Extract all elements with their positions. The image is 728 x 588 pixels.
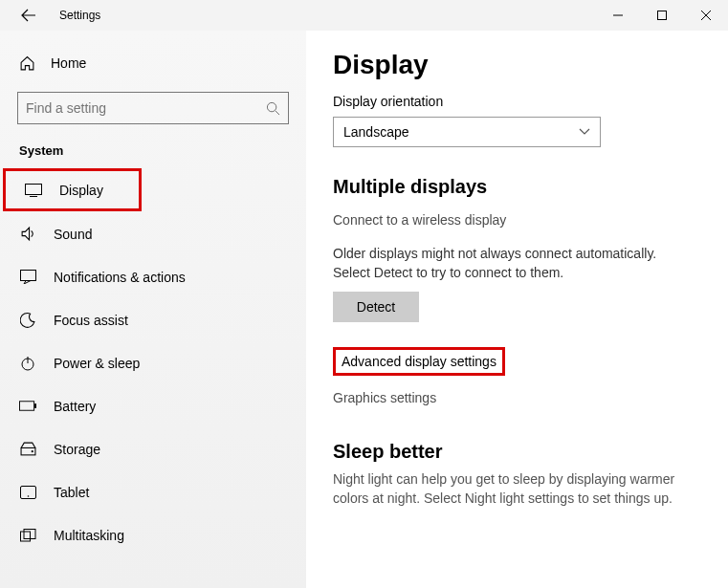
nav-multitasking[interactable]: Multitasking (0, 513, 306, 556)
connect-wireless-link[interactable]: Connect to a wireless display (333, 212, 506, 228)
nav-label: Storage (54, 442, 100, 457)
detect-button[interactable]: Detect (333, 292, 419, 322)
svg-point-16 (27, 495, 29, 497)
detect-button-label: Detect (357, 299, 395, 315)
search-icon (266, 101, 280, 116)
orientation-value: Landscape (343, 124, 409, 140)
svg-point-14 (31, 450, 33, 452)
power-icon (19, 356, 36, 371)
nav-label: Multitasking (54, 528, 124, 543)
nav-notifications[interactable]: Notifications & actions (0, 255, 306, 298)
nav-storage[interactable]: Storage (0, 427, 306, 470)
svg-rect-17 (20, 532, 30, 541)
titlebar: Settings (0, 0, 728, 31)
close-button[interactable] (684, 0, 728, 31)
sleep-better-description: Night light can help you get to sleep by… (333, 470, 703, 508)
content-area: Display Display orientation Landscape Mu… (306, 31, 728, 588)
nav-sound[interactable]: Sound (0, 212, 306, 255)
nav-label: Tablet (54, 485, 89, 500)
nav-tablet[interactable]: Tablet (0, 470, 306, 513)
sleep-better-heading: Sleep better (333, 441, 703, 463)
orientation-dropdown[interactable]: Landscape (333, 117, 601, 147)
tablet-icon (19, 486, 36, 499)
sidebar: Home System Display Sound (0, 31, 306, 588)
svg-rect-11 (19, 402, 33, 410)
home-label: Home (51, 55, 86, 71)
advanced-display-settings-link[interactable]: Advanced display settings (338, 352, 500, 371)
nav-label: Power & sleep (54, 356, 140, 371)
maximize-button[interactable] (640, 0, 684, 31)
nav-power-sleep[interactable]: Power & sleep (0, 341, 306, 384)
nav-label: Notifications & actions (54, 270, 186, 285)
window-title: Settings (59, 9, 100, 22)
back-arrow-icon (21, 8, 36, 23)
multiple-displays-heading: Multiple displays (333, 176, 703, 198)
svg-rect-8 (20, 271, 35, 281)
sound-icon (19, 226, 36, 242)
svg-point-4 (267, 102, 276, 111)
multitasking-icon (19, 529, 36, 542)
highlight-display: Display (3, 168, 142, 211)
svg-rect-1 (658, 11, 667, 20)
detect-description: Older displays might not always connect … (333, 245, 696, 282)
svg-rect-12 (34, 403, 36, 408)
nav-label: Focus assist (54, 313, 128, 328)
focus-assist-icon (19, 312, 36, 328)
chevron-down-icon (579, 128, 590, 136)
nav-label: Battery (54, 399, 96, 414)
nav-focus-assist[interactable]: Focus assist (0, 298, 306, 341)
display-icon (25, 184, 42, 197)
storage-icon (19, 441, 36, 457)
minimize-button[interactable] (596, 0, 640, 31)
nav-label: Sound (54, 227, 92, 242)
section-label: System (0, 130, 306, 167)
search-box[interactable] (17, 92, 289, 124)
highlight-advanced: Advanced display settings (333, 347, 505, 376)
battery-icon (19, 401, 36, 411)
graphics-settings-link[interactable]: Graphics settings (333, 390, 436, 405)
home-nav[interactable]: Home (0, 44, 306, 82)
nav-display[interactable]: Display (6, 171, 139, 208)
minimize-icon (613, 11, 623, 20)
search-input[interactable] (26, 100, 255, 116)
back-button[interactable] (10, 0, 48, 31)
nav-label: Display (59, 183, 103, 198)
close-icon (701, 11, 711, 20)
maximize-icon (657, 11, 667, 20)
page-title: Display (333, 50, 703, 80)
notifications-icon (19, 270, 36, 284)
svg-line-5 (276, 110, 279, 114)
nav-battery[interactable]: Battery (0, 384, 306, 427)
svg-rect-6 (26, 184, 42, 194)
orientation-label: Display orientation (333, 94, 703, 109)
home-icon (19, 55, 35, 72)
